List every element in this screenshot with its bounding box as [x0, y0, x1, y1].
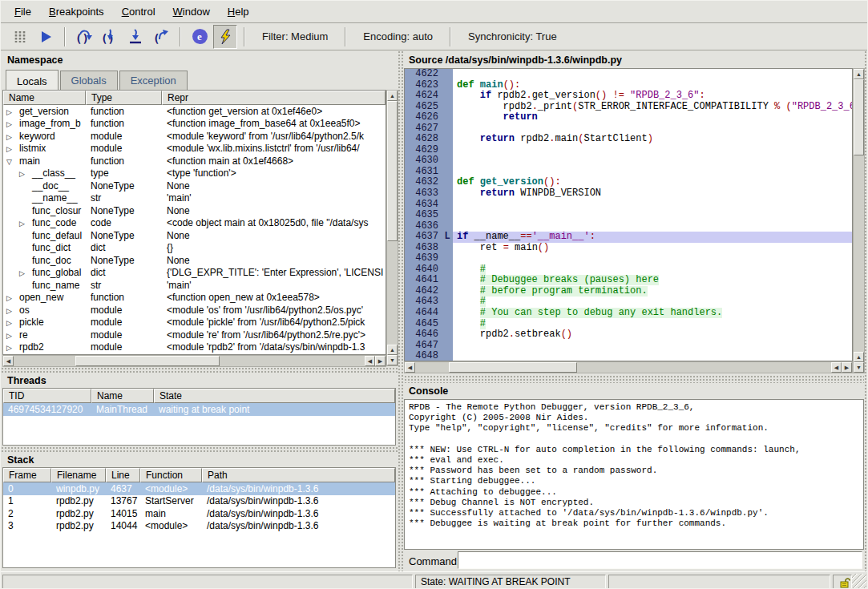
- line-number[interactable]: 4645: [405, 319, 442, 330]
- column-header-frame[interactable]: Frame: [3, 468, 51, 482]
- scroll-left-button[interactable]: ◀: [405, 362, 415, 373]
- line-number[interactable]: 4635: [405, 210, 442, 221]
- break-button[interactable]: [8, 25, 32, 49]
- step-out-button[interactable]: (: [149, 25, 173, 49]
- stack-frame-row[interactable]: 2rpdb2.py14015main/data/sys/bin/winpdb-1…: [3, 507, 395, 520]
- source-view[interactable]: 46224623def main():4624 if rpdb2.get_ver…: [404, 68, 853, 361]
- expand-icon[interactable]: ▷: [19, 220, 32, 228]
- namespace-row[interactable]: ▷picklemodule<module 'pickle' from '/usr…: [3, 317, 386, 329]
- namespace-vscrollbar[interactable]: ▲ ▲ ▼: [386, 90, 398, 366]
- line-number[interactable]: 4634: [405, 200, 442, 211]
- scroll-down-button[interactable]: ▼: [387, 355, 398, 365]
- trap-exceptions-button[interactable]: [213, 25, 237, 49]
- namespace-row[interactable]: ▷open_newfunction<function open_new at 0…: [3, 292, 386, 305]
- namespace-hscrollbar[interactable]: ◀ ◀ ▶: [2, 355, 386, 367]
- namespace-row[interactable]: func_dictdict{}: [3, 242, 386, 255]
- scroll-thumb[interactable]: [449, 362, 577, 373]
- resize-grip[interactable]: [852, 574, 866, 589]
- line-number[interactable]: 4643: [405, 297, 442, 308]
- namespace-row[interactable]: ▽mainfunction<function main at 0x1ef4668…: [3, 155, 386, 167]
- menu-item-window[interactable]: Window: [164, 2, 219, 22]
- stack-frame-row[interactable]: 1rpdb2.py13767StartServer/data/sys/bin/w…: [3, 495, 395, 508]
- namespace-row[interactable]: __name__str'main': [3, 192, 386, 205]
- line-number[interactable]: 4632: [405, 177, 442, 188]
- line-number[interactable]: 4627: [405, 123, 442, 135]
- line-number[interactable]: 4644: [405, 308, 442, 319]
- namespace-row[interactable]: func_closurNoneTypeNone: [3, 204, 386, 217]
- line-number[interactable]: 4639: [405, 253, 442, 264]
- scroll-thumb[interactable]: [75, 356, 220, 366]
- scroll-left-button[interactable]: ◀: [3, 356, 14, 366]
- synchronicity-button[interactable]: Synchronicity: True: [457, 30, 568, 42]
- namespace-row[interactable]: ▷remodule<module 're' from '/usr/lib64/p…: [3, 329, 386, 341]
- scroll-down-button[interactable]: ▼: [854, 362, 864, 373]
- line-number[interactable]: 4631: [405, 167, 442, 178]
- column-header-name[interactable]: Name: [3, 91, 86, 105]
- menu-item-control[interactable]: Control: [113, 2, 164, 22]
- namespace-threads-splitter[interactable]: [1, 367, 398, 374]
- expand-icon[interactable]: ▷: [6, 133, 19, 141]
- tab-globals[interactable]: Globals: [60, 71, 118, 91]
- line-number[interactable]: 4640: [405, 264, 442, 276]
- scroll-up-button[interactable]: ▲: [854, 352, 864, 362]
- namespace-row[interactable]: func_docNoneTypeNone: [3, 254, 386, 267]
- namespace-row[interactable]: ▷keywordmodule<module 'keyword' from '/u…: [3, 130, 386, 143]
- scroll-thumb[interactable]: [387, 101, 398, 241]
- encoding-button[interactable]: e: [188, 25, 212, 49]
- line-number[interactable]: 4637: [405, 232, 442, 243]
- source-vscrollbar[interactable]: ▲ ▲ ▼: [853, 68, 865, 373]
- line-number[interactable]: 4647: [405, 341, 442, 352]
- line-number[interactable]: 4633: [405, 188, 442, 200]
- scroll-right-button[interactable]: ▶: [842, 362, 852, 373]
- scroll-up-button[interactable]: ▲: [854, 69, 864, 79]
- line-number[interactable]: 4642: [405, 286, 442, 297]
- expand-icon[interactable]: ▷: [6, 307, 19, 315]
- scroll-left-button[interactable]: ◀: [365, 356, 375, 366]
- line-number[interactable]: 4630: [405, 155, 442, 167]
- stack-frame-row[interactable]: 0winpdb.py4637<module>/data/sys/bin/winp…: [3, 482, 395, 495]
- namespace-row[interactable]: ▷listmixmodule<module 'wx.lib.mixins.lis…: [3, 143, 386, 155]
- expand-icon[interactable]: ▷: [6, 120, 19, 128]
- expand-icon[interactable]: ▷: [6, 294, 19, 302]
- collapse-icon[interactable]: ▽: [6, 158, 19, 166]
- expand-icon[interactable]: ▷: [19, 170, 32, 178]
- column-header-line[interactable]: Line: [106, 468, 140, 482]
- namespace-row[interactable]: func_defaulNoneTypeNone: [3, 229, 386, 242]
- namespace-row[interactable]: ▷get_versionfunction<function get_versio…: [3, 105, 386, 118]
- menu-item-file[interactable]: File: [6, 2, 40, 22]
- tab-locals[interactable]: Locals: [6, 70, 59, 91]
- line-number[interactable]: 4628: [405, 134, 442, 145]
- command-input[interactable]: [458, 551, 862, 569]
- scroll-right-button[interactable]: ▶: [375, 356, 386, 366]
- line-number[interactable]: 4648: [405, 351, 442, 361]
- line-number[interactable]: 4629: [405, 145, 442, 156]
- namespace-row[interactable]: ▷__class__type<type 'function'>: [3, 167, 386, 180]
- line-number[interactable]: 4646: [405, 329, 442, 341]
- filter-button[interactable]: Filter: Medium: [251, 30, 339, 42]
- expand-icon[interactable]: ▷: [6, 332, 19, 340]
- source-hscrollbar[interactable]: ◀ ◀ ▶: [404, 361, 853, 373]
- scroll-left-button[interactable]: ◀: [831, 362, 842, 373]
- namespace-row[interactable]: ▷func_codecode<code object main at 0x180…: [3, 217, 386, 230]
- threads-stack-splitter[interactable]: [1, 446, 398, 454]
- go-button[interactable]: [34, 25, 58, 49]
- line-number[interactable]: 4625: [405, 102, 442, 113]
- namespace-row[interactable]: func_namestr'main': [3, 279, 386, 292]
- menu-item-help[interactable]: Help: [219, 2, 258, 22]
- console-output[interactable]: RPDB - The Remote Python Debugger, versi…: [404, 399, 864, 550]
- thread-row[interactable]: 46974534127920MainThreadwaiting at break…: [3, 403, 395, 416]
- menu-item-breakpoints[interactable]: Breakpoints: [40, 2, 113, 22]
- column-header-filename[interactable]: Filename: [51, 468, 106, 482]
- scroll-up-button[interactable]: ▲: [387, 345, 398, 355]
- encoding-label-button[interactable]: Encoding: auto: [352, 30, 444, 42]
- namespace-row[interactable]: __doc__NoneTypeNone: [3, 180, 386, 192]
- line-number[interactable]: 4641: [405, 275, 442, 286]
- source-console-splitter[interactable]: [404, 375, 864, 383]
- namespace-row[interactable]: ▷image_from_bfunction<function image_fro…: [3, 118, 386, 131]
- step-into-button[interactable]: (): [98, 25, 122, 49]
- tab-exception[interactable]: Exception: [119, 71, 188, 91]
- column-header-path[interactable]: Path: [202, 468, 395, 482]
- line-number[interactable]: 4636: [405, 221, 442, 232]
- expand-icon[interactable]: ▷: [6, 108, 19, 116]
- scroll-up-button[interactable]: ▲: [387, 91, 398, 101]
